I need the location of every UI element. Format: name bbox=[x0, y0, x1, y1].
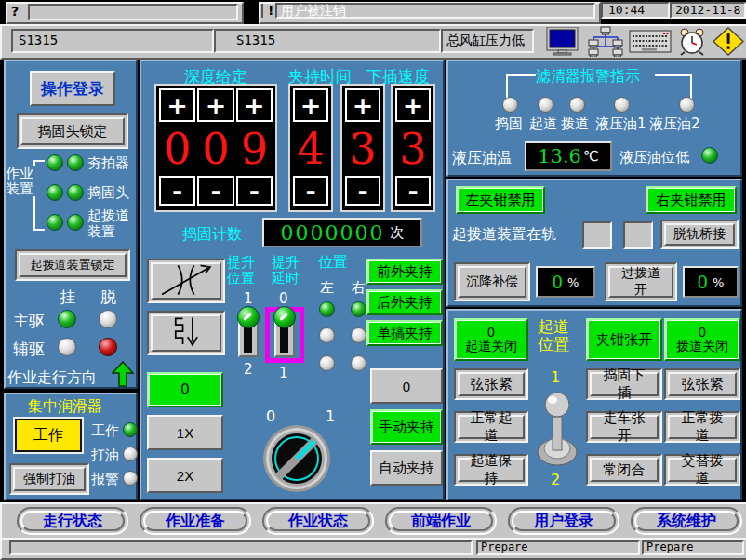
lift-line-lock-button[interactable]: 起拨道装置锁定 bbox=[19, 253, 127, 277]
on-track-label: 起拨道装置在轨 bbox=[452, 225, 556, 245]
rear-outer-clamp-button[interactable]: 后外夹持 bbox=[366, 289, 443, 315]
clamp-open-label: 夹钳张开 bbox=[596, 331, 652, 349]
clamp-open-button[interactable]: 夹钳张开 bbox=[586, 318, 662, 361]
depth-minus-button[interactable]: - bbox=[236, 176, 273, 206]
lift-chord-tension-button[interactable]: 弦张紧 bbox=[458, 372, 525, 396]
nav-travel-status[interactable]: 走行状态 bbox=[17, 507, 128, 535]
speed-1x-button[interactable]: 1X bbox=[147, 415, 223, 450]
station-field-a: S1315 bbox=[11, 29, 214, 53]
speed-plus-button[interactable]: + bbox=[395, 88, 431, 122]
lift-line-control-panel: 0 起道关闭 弦张紧 正常起道 起道保持 起道位置 1 2 夹钳张开 bbox=[446, 309, 742, 500]
titlebar: ? ! 用户被注销 10:44 2012-11-8 bbox=[0, 0, 746, 22]
mode-0-button[interactable]: 0 bbox=[370, 368, 443, 404]
warning-icon[interactable] bbox=[713, 27, 744, 56]
depth-minus-button[interactable]: - bbox=[159, 176, 195, 206]
step-insert-button[interactable] bbox=[151, 314, 221, 352]
front-outer-clamp-label: 前外夹持 bbox=[377, 263, 433, 281]
normal-lift-frame: 正常起道 bbox=[454, 411, 528, 443]
force-oil-label: 强制打油 bbox=[23, 471, 75, 487]
insert-speed-spinner-1: + 3 - bbox=[340, 84, 385, 212]
line-close-button[interactable]: 0 拨道关闭 bbox=[664, 318, 740, 361]
switch1-bottom-label: 2 bbox=[244, 361, 253, 378]
nav-work-status[interactable]: 作业状态 bbox=[262, 507, 374, 535]
right-clamp-disable-button[interactable]: 右夹钳禁用 bbox=[646, 186, 737, 214]
left-clamp-disable-label: 左夹钳禁用 bbox=[466, 192, 536, 209]
date-field: 2012-11-8 bbox=[670, 2, 746, 19]
lift-position-switch[interactable] bbox=[238, 314, 259, 357]
help-icon[interactable]: ? bbox=[11, 4, 24, 19]
alternate-lining-button[interactable]: 交替拨道 bbox=[668, 458, 737, 482]
tamp-insert-button[interactable]: 捣固下插 bbox=[590, 372, 659, 396]
tamper-lock-frame: 捣固头锁定 bbox=[17, 113, 128, 149]
station-a-text: S1315 bbox=[19, 33, 58, 47]
nav-label: 作业准备 bbox=[166, 512, 225, 531]
lift-close-button[interactable]: 0 起道关闭 bbox=[454, 318, 528, 361]
lube-work-button[interactable]: 工作 bbox=[15, 419, 82, 452]
alarm-clock-icon[interactable] bbox=[678, 27, 706, 56]
depth-plus-button[interactable]: + bbox=[159, 88, 195, 122]
derail-bridge-frame: 脱轨桥接 bbox=[660, 220, 739, 249]
speed-2x-button[interactable]: 2X bbox=[147, 458, 223, 493]
clamp-time-spinner: + 4 - bbox=[288, 84, 333, 212]
clamp-track-panel: 左夹钳禁用 右夹钳禁用 起拨道装置在轨 脱轨桥接 沉降补偿 0 % 过拨道开 bbox=[446, 179, 742, 307]
nav-system-maintain[interactable]: 系统维护 bbox=[631, 507, 742, 535]
normal-lining-button[interactable]: 正常拨道 bbox=[668, 415, 737, 439]
depth-plus-button[interactable]: + bbox=[197, 88, 233, 122]
monitor-icon[interactable] bbox=[545, 27, 582, 56]
line-chord-tension-button[interactable]: 弦张紧 bbox=[668, 372, 737, 396]
hang-header: 挂 bbox=[60, 287, 75, 308]
center-panel: 深度给定 夹持时间 下插速度 + + + 0 0 9 - - - + 4 - +… bbox=[140, 60, 445, 500]
depth-spinner: + + + 0 0 9 - - - bbox=[154, 84, 277, 212]
clamp-time-plus-button[interactable]: + bbox=[293, 88, 328, 122]
lift-delay-label: 提升延时 bbox=[272, 255, 303, 286]
auto-clamp-button[interactable]: 自动夹持 bbox=[370, 450, 443, 486]
status-field-mode-1: Prepare bbox=[476, 540, 640, 555]
speed-minus-button[interactable]: - bbox=[345, 176, 380, 206]
speed-0-button[interactable]: 0 bbox=[147, 372, 223, 407]
nav-user-login[interactable]: 用户登录 bbox=[508, 507, 619, 535]
depth-plus-button[interactable]: + bbox=[236, 88, 273, 122]
left-col-label: 左 bbox=[320, 279, 334, 297]
nav-work-prepare[interactable]: 作业准备 bbox=[140, 507, 251, 535]
nav-label: 走行状态 bbox=[43, 512, 102, 531]
lift-hold-button[interactable]: 起道保持 bbox=[458, 458, 525, 482]
on-track-indicator-right bbox=[623, 221, 653, 249]
depth-minus-button[interactable]: - bbox=[197, 176, 233, 206]
rotary-selector-knob[interactable] bbox=[262, 424, 331, 493]
overline-frame: 过拨道开 bbox=[605, 262, 677, 301]
operator-login-button[interactable]: 操作登录 bbox=[30, 71, 115, 106]
derail-bridge-button[interactable]: 脱轨桥接 bbox=[664, 223, 735, 246]
clamp-time-minus-button[interactable]: - bbox=[293, 176, 328, 206]
network-icon[interactable] bbox=[586, 26, 625, 57]
manual-clamp-button[interactable]: 手动夹持 bbox=[370, 409, 443, 445]
single-tamp-clamp-button[interactable]: 单搞夹持 bbox=[366, 320, 443, 346]
filter-bracket-right bbox=[655, 74, 692, 99]
travel-open-button[interactable]: 走车张开 bbox=[590, 415, 659, 439]
nav-bar: 走行状态 作业准备 作业状态 前端作业 用户登录 系统维护 bbox=[0, 502, 746, 541]
lift-position-joystick[interactable] bbox=[536, 389, 579, 467]
nav-front-work[interactable]: 前端作业 bbox=[385, 507, 497, 535]
tamper-head-lock-button[interactable]: 捣固头锁定 bbox=[20, 117, 125, 145]
left-clamp-disable-button[interactable]: 左夹钳禁用 bbox=[456, 186, 545, 214]
settlement-comp-button[interactable]: 沉降补偿 bbox=[458, 266, 526, 298]
over-lining-button[interactable]: 过拨道开 bbox=[608, 266, 673, 298]
speed-1x-label: 1X bbox=[177, 425, 193, 441]
normally-closed-button[interactable]: 常闭合 bbox=[590, 458, 659, 482]
front-outer-clamp-button[interactable]: 前外夹持 bbox=[366, 259, 443, 285]
titlebar-input[interactable] bbox=[28, 4, 238, 20]
normal-lift-button[interactable]: 正常起道 bbox=[458, 415, 525, 439]
message-text: 用户被注销 bbox=[281, 3, 346, 20]
titlebar-divider bbox=[261, 4, 263, 18]
speed-minus-button[interactable]: - bbox=[395, 176, 431, 206]
lift-delay-switch[interactable] bbox=[274, 314, 295, 357]
speed-plus-button[interactable]: + bbox=[345, 88, 380, 122]
tamper-head-led-2 bbox=[67, 184, 84, 201]
knob-left-label: 0 bbox=[266, 407, 275, 425]
nav-label: 作业状态 bbox=[288, 512, 348, 531]
device-group-label: 作业装置 bbox=[6, 166, 36, 196]
switch-knob bbox=[273, 306, 296, 328]
keyboard-icon[interactable] bbox=[629, 29, 672, 54]
force-oil-button[interactable]: 强制打油 bbox=[13, 467, 86, 491]
flow-restrictor-button[interactable] bbox=[151, 262, 221, 300]
right-clamp-disable-label: 右夹钳禁用 bbox=[657, 192, 726, 209]
